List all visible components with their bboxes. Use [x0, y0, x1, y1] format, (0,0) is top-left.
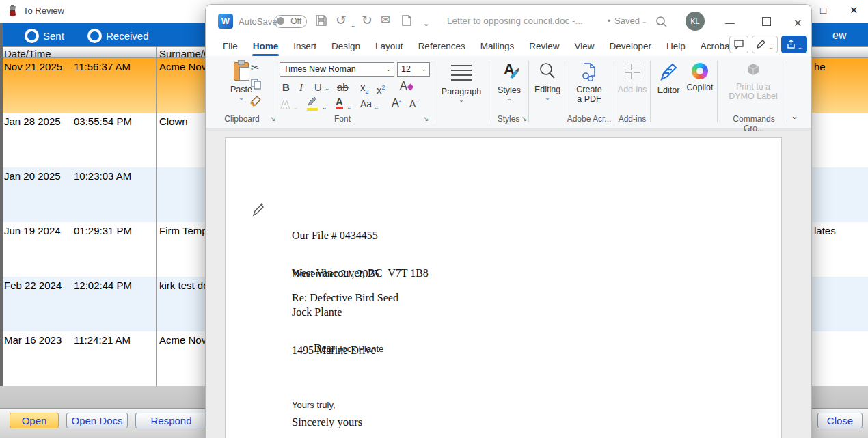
word-minimize-button[interactable]: — — [725, 17, 735, 28]
font-size-combo[interactable]: 12 ⌄ — [397, 62, 430, 77]
copilot-pen-icon[interactable] — [252, 202, 265, 217]
paragraph-button[interactable]: Paragraph ⌄ — [437, 61, 486, 122]
received-radio[interactable]: Received — [87, 29, 149, 43]
chevron-down-icon: ⌄ — [768, 44, 774, 51]
chevron-down-icon: ⌄ — [385, 63, 391, 76]
editing-label: Editing — [532, 85, 562, 94]
addins-grid-icon — [625, 64, 640, 79]
shrink-font-button[interactable]: Aˇ — [409, 98, 418, 109]
highlight-chevron-icon[interactable]: ⌄ — [322, 104, 327, 111]
comments-button[interactable] — [729, 36, 748, 53]
font-color-chevron-icon[interactable]: ⌄ — [347, 104, 352, 111]
highlighter-icon — [307, 97, 318, 111]
share-button[interactable]: ⌄ — [781, 36, 807, 53]
font-size-value: 12 — [401, 64, 411, 74]
respond-button[interactable]: Respond — [135, 413, 207, 428]
tab-layout[interactable]: Layout — [368, 38, 411, 56]
subscript-button[interactable]: x2 — [360, 81, 369, 98]
pdf-icon — [580, 62, 599, 81]
change-case-button[interactable]: Aa — [360, 98, 372, 109]
doc-line-closing-2: Sincerely yours — [292, 415, 362, 429]
word-window: W AutoSave Off ↺ ⌄ ↻ ✉ ⌄ Letter to oppos… — [205, 4, 812, 438]
highlight-button[interactable] — [307, 97, 318, 111]
font-name-combo[interactable]: Times New Roman ⌄ — [280, 62, 394, 77]
italic-button[interactable]: I — [299, 81, 303, 94]
change-case-chevron-icon[interactable]: ⌄ — [374, 104, 379, 111]
bold-button[interactable]: B — [282, 81, 290, 94]
format-painter-icon[interactable] — [250, 95, 262, 107]
redo-icon[interactable]: ↻ — [362, 13, 372, 28]
document-title[interactable]: Letter to opposing council.doc -... — [447, 16, 583, 26]
strikethrough-button[interactable]: ab — [337, 81, 349, 94]
tab-file[interactable]: File — [215, 38, 245, 56]
chevron-down-icon: ⌄ — [491, 95, 527, 102]
superscript-button[interactable]: x2 — [377, 81, 385, 96]
tab-developer[interactable]: Developer — [602, 38, 660, 56]
bg-close-button[interactable]: ✕ — [850, 4, 858, 16]
tab-insert[interactable]: Insert — [286, 38, 324, 56]
text-effects-chevron-icon[interactable]: ⌄ — [293, 104, 299, 111]
autosave-toggle[interactable]: Off — [274, 15, 307, 28]
editing-mode-button[interactable]: ⌄ — [752, 36, 778, 53]
text-effects-button[interactable]: A — [281, 98, 289, 112]
tab-references[interactable]: References — [411, 38, 473, 56]
underline-chevron-icon[interactable]: ⌄ — [325, 85, 330, 92]
saved-status[interactable]: Saved — [614, 16, 640, 26]
styles-dialog-launcher-icon[interactable]: ↘ — [521, 115, 527, 122]
tab-mailings[interactable]: Mailings — [473, 38, 522, 56]
close-button[interactable]: Close — [817, 413, 863, 428]
cell-time: 11:56:37 AM — [74, 61, 131, 72]
underline-button[interactable]: U — [314, 81, 322, 94]
open-docs-button[interactable]: Open Docs — [66, 413, 128, 428]
tab-review[interactable]: Review — [521, 38, 567, 56]
editing-button[interactable]: Editing ⌄ — [532, 61, 562, 114]
tab-home[interactable]: Home — [245, 38, 286, 56]
copy-icon[interactable] — [251, 79, 261, 90]
addins-label: Add-ins — [617, 85, 647, 94]
doc-line-closing-1: Yours truly, — [292, 400, 336, 410]
collapse-ribbon-chevron-icon[interactable]: ⌄ — [791, 111, 798, 121]
bg-maximize-button[interactable]: □ — [820, 4, 826, 16]
create-pdf-button[interactable]: Create a PDF — [568, 61, 610, 114]
sent-radio[interactable]: Sent — [25, 29, 64, 43]
avatar[interactable]: KL — [686, 12, 705, 31]
copilot-button[interactable]: Copilot — [684, 61, 716, 114]
undo-icon[interactable]: ↺ — [336, 13, 347, 28]
radio-icon — [25, 29, 39, 43]
ribbon-tabs: File Home Insert Design Layout Reference… — [206, 38, 811, 56]
clear-formatting-button[interactable]: A — [400, 80, 413, 92]
saved-chevron-icon[interactable]: ⌄ — [642, 18, 647, 25]
cell-date: Nov 21 2025 — [4, 61, 62, 72]
cell-time: 11:24:21 AM — [74, 334, 131, 346]
doc-line-file: Our File # 0434455 — [292, 230, 379, 243]
word-close-button[interactable]: ✕ — [794, 17, 802, 29]
tab-design[interactable]: Design — [324, 38, 368, 56]
open-button[interactable]: Open — [10, 413, 59, 428]
clipboard-group-label: Clipboard — [218, 114, 266, 124]
document-page[interactable]: Our File # 0434455 November 21, 2025 Joc… — [225, 137, 782, 438]
clipboard-dialog-launcher-icon[interactable]: ↘ — [270, 115, 275, 122]
font-name-value: Times New Roman — [284, 64, 356, 74]
window-left-edge — [0, 23, 3, 408]
tab-view[interactable]: View — [567, 38, 601, 56]
template-icon[interactable] — [401, 14, 412, 27]
cut-icon[interactable]: ✂ — [251, 61, 260, 74]
undo-chevron-icon[interactable]: ⌄ — [351, 18, 356, 33]
save-icon[interactable] — [315, 14, 327, 27]
cell-name: Acme Nov — [159, 61, 206, 72]
toolbar-partial-text: ew — [832, 29, 846, 42]
grow-font-button[interactable]: Aˆ — [392, 97, 401, 109]
qat-more-chevron-icon[interactable]: ⌄ — [423, 16, 429, 31]
font-dialog-launcher-icon[interactable]: ↘ — [423, 115, 429, 122]
search-icon[interactable] — [655, 16, 668, 28]
editor-button[interactable]: Editor — [653, 61, 684, 114]
styles-button[interactable]: A Styles ⌄ — [491, 61, 527, 114]
cell-date: Jan 28 2025 — [4, 115, 61, 127]
font-color-button[interactable]: A — [336, 97, 343, 109]
word-maximize-button[interactable] — [762, 17, 771, 26]
email-icon[interactable]: ✉ — [381, 13, 390, 28]
tab-help[interactable]: Help — [659, 38, 693, 56]
grow-a: A — [392, 97, 399, 109]
cell-date: Jun 19 2024 — [4, 225, 61, 236]
font-group-label: Font — [322, 114, 363, 124]
